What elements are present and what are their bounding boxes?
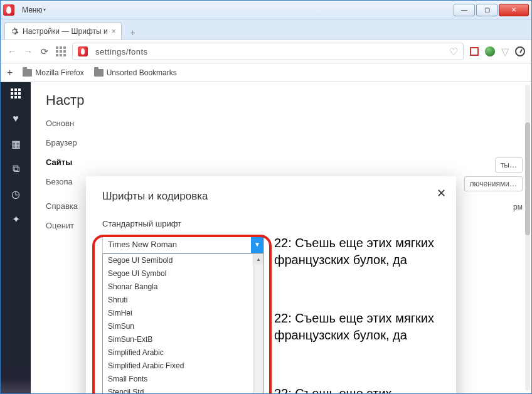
font-option[interactable]: SimSun: [103, 320, 263, 333]
news-icon[interactable]: ▦: [9, 137, 22, 150]
toolbar-right: ▽: [470, 46, 525, 58]
settings-side-menu: Основн Браузер Сайты Безопа Справка Оцен…: [46, 119, 78, 230]
page-body: ♥ ▦ ⧉ ◷ ✦ Настр Основн Браузер Сайты Без…: [1, 82, 531, 393]
menu-sites[interactable]: Сайты: [46, 157, 78, 167]
menu-browser[interactable]: Браузер: [46, 138, 78, 147]
modal-title: Шрифты и кодировка: [86, 190, 456, 203]
font-option[interactable]: Segoe UI Semibold: [103, 254, 263, 267]
speed-dial-icon[interactable]: [9, 87, 22, 100]
preview-block-3: 22: Съешь еще этих: [274, 385, 444, 394]
folder-label: Mozilla Firefox: [35, 68, 83, 77]
font-option[interactable]: SimSun-ExtB: [103, 333, 263, 346]
tab-settings[interactable]: Настройки — Шрифты и ×: [4, 22, 122, 40]
url-text: settings/fonts: [95, 47, 148, 56]
fragment-button-2[interactable]: лючениями…: [464, 176, 523, 191]
folder-icon: [23, 69, 32, 77]
modal-body: Times New Roman ▼ Segoe UI SemiboldSegoe…: [86, 235, 456, 394]
new-tab-button[interactable]: +: [125, 26, 141, 40]
preview-block-1: 22: Съешь еще этих мягких французских бу…: [274, 235, 444, 269]
font-option[interactable]: Simplified Arabic Fixed: [103, 359, 263, 373]
fragment-text-1: рм: [513, 203, 523, 211]
window-titlebar: Меню ▾ — ▢ ✕: [1, 1, 531, 19]
font-preview-area: 22: Съешь еще этих мягких французских бу…: [274, 235, 444, 394]
font-option[interactable]: SimHei: [103, 307, 263, 320]
font-option[interactable]: Simplified Arabic: [103, 346, 263, 359]
bookmarks-toolbar: + Mozilla Firefox Unsorted Bookmarks: [1, 63, 531, 82]
address-field[interactable]: settings/fonts ♡: [72, 43, 464, 60]
bookmark-folder-unsorted[interactable]: Unsorted Bookmarks: [94, 68, 177, 77]
modal-close-button[interactable]: ✕: [437, 186, 446, 200]
data-savings-icon[interactable]: [515, 46, 525, 56]
address-bar: ← → ⟳ settings/fonts ♡ ▽: [1, 40, 531, 63]
wallpaper-thumbnail: [1, 356, 31, 393]
font-option[interactable]: Small Fonts: [103, 373, 263, 386]
bookmark-folder-firefox[interactable]: Mozilla Firefox: [23, 68, 83, 77]
folder-label: Unsorted Bookmarks: [107, 68, 177, 77]
menu-security[interactable]: Безопа: [46, 177, 78, 186]
back-button[interactable]: ←: [7, 46, 17, 56]
font-option[interactable]: Stencil Std: [103, 386, 263, 394]
tabs-icon[interactable]: ⧉: [9, 162, 22, 175]
scrollbar-thumb[interactable]: [525, 122, 530, 235]
apps-button[interactable]: [56, 46, 66, 56]
scroll-up-icon[interactable]: ▲: [253, 254, 263, 265]
close-button[interactable]: ✕: [499, 4, 529, 16]
preview-block-2: 22: Съешь еще этих мягких французских бу…: [274, 310, 444, 344]
folder-icon: [94, 69, 104, 77]
opera-logo-icon: [3, 4, 14, 16]
font-option[interactable]: Shruti: [103, 294, 263, 307]
menu-label: Меню: [22, 6, 42, 14]
dropdown-scrollbar[interactable]: ▲ ▼: [253, 254, 263, 394]
extension-icon-1[interactable]: [470, 47, 479, 56]
minimize-button[interactable]: —: [454, 4, 475, 16]
menu-basic[interactable]: Основн: [46, 119, 78, 128]
vpn-globe-icon[interactable]: [485, 46, 495, 56]
menu-help[interactable]: Справка: [46, 201, 78, 211]
menu-rate[interactable]: Оценит: [46, 221, 78, 230]
tab-close-icon[interactable]: ×: [112, 27, 116, 36]
add-bookmark-button[interactable]: +: [7, 67, 13, 78]
bookmarks-heart-icon[interactable]: ♥: [9, 112, 22, 125]
maximize-button[interactable]: ▢: [476, 4, 497, 16]
reload-button[interactable]: ⟳: [40, 46, 50, 56]
shield-icon[interactable]: ▽: [501, 46, 509, 58]
font-option[interactable]: Segoe UI Symbol: [103, 267, 263, 280]
forward-button[interactable]: →: [23, 46, 33, 56]
chevron-down-icon: ▼: [251, 235, 263, 253]
chevron-down-icon: ▾: [43, 7, 46, 13]
tab-title: Настройки — Шрифты и: [23, 27, 108, 36]
sidebar-rail: ♥ ▦ ⧉ ◷ ✦: [1, 82, 31, 393]
opera-icon: [78, 46, 88, 56]
font-select-value: Times New Roman: [108, 240, 177, 249]
history-icon[interactable]: ◷: [9, 188, 22, 200]
opera-menu-button[interactable]: Меню ▾: [17, 4, 51, 16]
window-controls: — ▢ ✕: [454, 4, 529, 16]
font-dropdown-list[interactable]: Segoe UI SemiboldSegoe UI SymbolShonar B…: [102, 253, 264, 394]
gear-icon: [10, 27, 19, 36]
fragment-button-1[interactable]: ты…: [495, 157, 523, 173]
font-option[interactable]: Shonar Bangla: [103, 280, 263, 294]
bookmark-heart-icon[interactable]: ♡: [449, 46, 458, 58]
page-title: Настр: [46, 92, 531, 109]
fonts-modal: ✕ Шрифты и кодировка Стандартный шрифт T…: [86, 176, 456, 394]
font-select[interactable]: Times New Roman ▼: [102, 235, 264, 253]
tab-bar: Настройки — Шрифты и × +: [1, 19, 531, 40]
content-scrollbar[interactable]: [525, 85, 530, 391]
section-standard-font: Стандартный шрифт: [86, 219, 456, 228]
extensions-icon[interactable]: ✦: [9, 213, 22, 225]
